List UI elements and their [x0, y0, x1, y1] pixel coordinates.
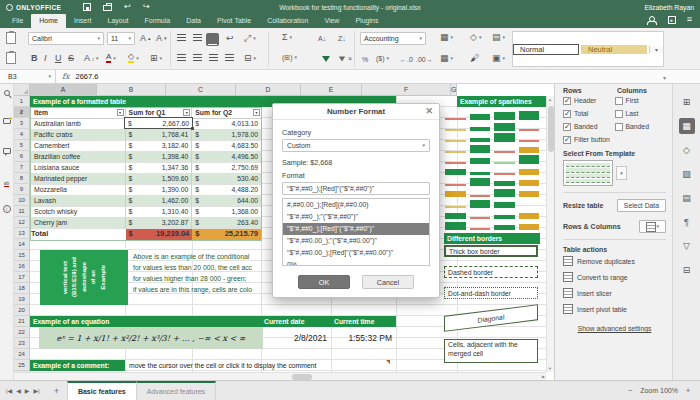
styles-gallery-expand-icon[interactable]: ▾: [649, 46, 663, 53]
sparkline-cell[interactable]: [468, 198, 493, 209]
table-settings-icon[interactable]: ▦: [679, 118, 695, 134]
checkbox[interactable]: [563, 123, 571, 131]
format-option[interactable]: 0%: [283, 259, 429, 266]
filter-icon[interactable]: [322, 56, 330, 62]
checkbox-row[interactable]: Banded: [563, 120, 615, 133]
sparkline-cell[interactable]: [443, 165, 468, 176]
collapse-toolbar-icon[interactable]: ▾: [663, 74, 666, 81]
strikethrough-icon[interactable]: S: [68, 54, 74, 63]
column-header[interactable]: D: [236, 84, 301, 96]
zoom-in-icon[interactable]: +: [686, 387, 690, 394]
q2-cell[interactable]: $2,750.69: [192, 163, 261, 174]
font-color-icon[interactable]: A▾: [106, 53, 116, 63]
sparkline-cell[interactable]: [443, 209, 468, 220]
align-right-icon[interactable]: [209, 54, 218, 55]
row-header[interactable]: 4: [14, 129, 30, 140]
sparkline-cell[interactable]: [517, 176, 542, 187]
ribbon-tab[interactable]: Pivot Table: [209, 14, 259, 28]
insert-cells-icon[interactable]: ▦▾: [440, 33, 453, 42]
row-header[interactable]: 5: [14, 140, 30, 151]
sparkline-cell[interactable]: [517, 110, 542, 121]
row-header[interactable]: 15: [14, 250, 30, 261]
q2-cell[interactable]: $530.40: [192, 174, 261, 185]
checkbox-row[interactable]: Filter button: [563, 133, 615, 146]
sparkline-cell[interactable]: [492, 165, 517, 176]
merge-cells-icon[interactable]: ⊟▾: [244, 54, 256, 63]
sparkline-cell[interactable]: [468, 209, 493, 220]
open-file-location-icon[interactable]: ▸: [668, 16, 676, 24]
ribbon-tab[interactable]: View: [316, 14, 347, 28]
close-icon[interactable]: ✕: [425, 106, 433, 116]
underline-icon[interactable]: U: [55, 54, 62, 63]
ribbon-tab[interactable]: Home: [31, 14, 66, 28]
row-headers[interactable]: 1234567891011121314151617181920212223242…: [14, 96, 30, 382]
checkbox-row[interactable]: Banded: [615, 120, 667, 133]
q1-cell[interactable]: $1,390.00: [126, 185, 193, 196]
formula-input[interactable]: 2667.6: [75, 72, 98, 81]
sparkline-cell[interactable]: [468, 154, 493, 165]
ribbon-tab[interactable]: Data: [178, 14, 209, 28]
font-size-select[interactable]: 11▾: [107, 32, 135, 45]
table-row[interactable]: Mozzarella $1,390.00 $4,488.20: [31, 185, 261, 196]
sparkline-cell[interactable]: [517, 220, 542, 231]
template-expand-icon[interactable]: ▾: [616, 166, 627, 180]
sparkline-cell[interactable]: [468, 220, 493, 231]
add-sheet-icon[interactable]: +: [46, 381, 67, 400]
sparkline-cell[interactable]: [492, 176, 517, 187]
cell-settings-icon[interactable]: ⊞: [679, 94, 695, 110]
save-icon[interactable]: [83, 3, 91, 11]
item-cell[interactable]: Scotch whisky: [31, 207, 126, 218]
currency-style-icon[interactable]: ($)▾: [376, 55, 389, 62]
checkbox[interactable]: [563, 110, 571, 118]
format-as-table-icon[interactable]: ▤▾: [492, 33, 505, 42]
table-row[interactable]: Scotch whisky $1,310.40 $1,368.00: [31, 207, 261, 218]
total-q1-cell[interactable]: $19,239.04: [126, 229, 193, 240]
scroll-down-icon[interactable]: ▼: [548, 366, 552, 371]
item-cell[interactable]: Mozzarella: [31, 185, 126, 196]
align-left-icon[interactable]: [177, 54, 186, 55]
active-cell-b3[interactable]: $2,667.60: [124, 117, 193, 129]
checkbox-row[interactable]: First: [615, 94, 667, 107]
table-row[interactable]: Camembert $3,182.40 $4,683.50: [31, 141, 261, 152]
zoom-out-icon[interactable]: −: [628, 387, 632, 394]
ribbon-tab[interactable]: Insert: [66, 14, 100, 28]
q2-cell[interactable]: $4,013.10: [192, 119, 261, 130]
header-menu-icon[interactable]: ≡: [687, 15, 692, 24]
row-header[interactable]: 25: [14, 360, 30, 371]
current-date-cell[interactable]: 2/8/2021: [261, 327, 331, 349]
sparkline-cell[interactable]: [492, 132, 517, 143]
sparkline-cell[interactable]: [443, 187, 468, 198]
about-icon[interactable]: i: [3, 205, 11, 213]
show-advanced-settings-link[interactable]: Show advanced settings: [563, 325, 666, 332]
wrap-text-icon[interactable]: ↩: [226, 34, 234, 43]
increase-decimal-icon[interactable]: .00→: [416, 56, 433, 63]
autosum-icon[interactable]: Σ▾: [282, 33, 292, 42]
font-name-select[interactable]: Calibri▾: [28, 32, 104, 45]
q1-cell[interactable]: $1,509.60: [126, 174, 193, 185]
ribbon-tab[interactable]: Formula: [137, 14, 179, 28]
format-option[interactable]: #,##0.00_);[Red](#,##0.00): [283, 199, 429, 211]
q2-cell[interactable]: $1,978.00: [192, 130, 261, 141]
ribbon-tab[interactable]: Plugins: [347, 14, 386, 28]
sparkline-cell[interactable]: [492, 187, 517, 198]
sparkline-cell[interactable]: [517, 121, 542, 132]
checkbox-row[interactable]: Header: [563, 94, 615, 107]
comment-example-text[interactable]: move the cursor over the cell or click i…: [129, 360, 316, 371]
sparkline-cell[interactable]: [492, 209, 517, 220]
scroll-right-icon[interactable]: ▶: [542, 374, 545, 379]
row-header[interactable]: 16: [14, 261, 30, 272]
row-header[interactable]: 13: [14, 228, 30, 239]
orientation-icon[interactable]: ⤢▾: [244, 34, 256, 43]
q1-cell[interactable]: $1,768.41: [126, 130, 193, 141]
row-header[interactable]: 24: [14, 349, 30, 360]
item-cell[interactable]: Loisiana sauce: [31, 163, 126, 174]
row-header[interactable]: 9: [14, 184, 30, 195]
border-example-box[interactable]: Diagonal: [444, 304, 538, 332]
format-option[interactable]: "$"#,##0.00_);"("$"#,##0.00")": [283, 235, 429, 247]
item-cell[interactable]: Marinated pepper: [31, 174, 126, 185]
sparkline-cell[interactable]: [492, 220, 517, 231]
border-example-box[interactable]: Dot-and-dash border: [444, 287, 538, 299]
fill-color-icon[interactable]: ◇▾: [128, 53, 139, 63]
checkbox[interactable]: [563, 136, 571, 144]
sparkline-cell[interactable]: [468, 132, 493, 143]
